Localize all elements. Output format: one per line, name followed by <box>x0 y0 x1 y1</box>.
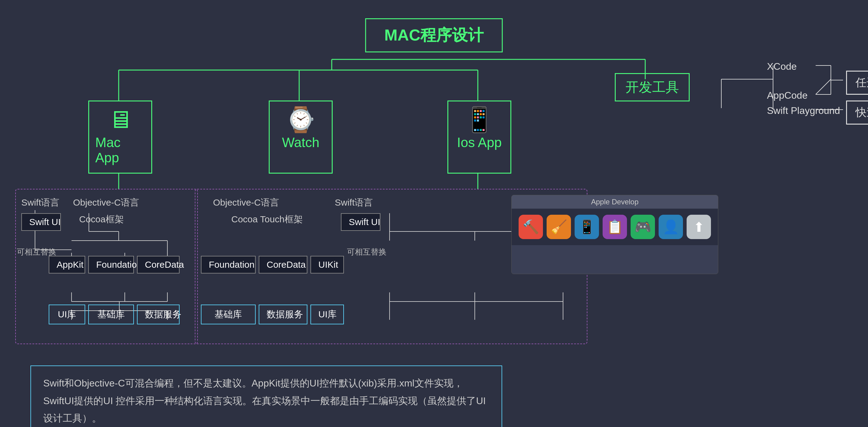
devtool-box: 开发工具 <box>615 73 690 102</box>
ios-label: Ios App <box>457 135 502 150</box>
mac-objc-lang: Objective-C语言 <box>73 196 139 209</box>
watch-label: Watch <box>282 135 319 150</box>
svg-line-46 <box>816 65 831 94</box>
ios-swap-label: 可相互替换 <box>347 247 386 257</box>
mac-ui-lib-box: UI库 <box>49 305 85 324</box>
screenshot-icons: 🔨 🧹 📱 📋 🎮 👤 ⬆ <box>512 209 718 245</box>
swift-playground-option: Swift Playground <box>767 105 840 116</box>
mac-swap-label: 可相互替换 <box>17 247 56 257</box>
app-icon-4: 📋 <box>602 215 627 239</box>
mac-basic-lib-box: 基础库 <box>88 305 134 324</box>
mac-swiftui-box: Swift UI <box>21 213 61 231</box>
ios-coredata-box: CoreData <box>259 256 307 274</box>
ios-basic-lib-box: 基础库 <box>201 305 256 324</box>
ios-icon: 📱 <box>464 108 495 132</box>
app-icon-6: 👤 <box>659 215 683 239</box>
app-icon-7: ⬆ <box>687 215 711 239</box>
mac-coredata-box: CoreData <box>137 256 180 274</box>
ios-ui-lib-box: UI库 <box>310 305 344 324</box>
app-icon-5: 🎮 <box>630 215 655 239</box>
appcode-option: AppCode <box>767 90 807 101</box>
mac-cocoa-label: Cocoa框架 <box>79 213 124 226</box>
choice-box-1: 任选其一 <box>846 70 868 95</box>
app-icon-2: 🧹 <box>547 215 571 239</box>
devtool-label: 开发工具 <box>625 80 679 94</box>
app-icon-3: 📱 <box>575 215 599 239</box>
watch-icon: ⌚ <box>285 108 316 132</box>
mac-foundation-box: Foundation <box>88 256 134 274</box>
xcode-option: XCode <box>767 61 797 72</box>
choice-box-2: 快速运行工具 <box>846 101 868 124</box>
app-icon-1: 🔨 <box>519 215 543 239</box>
svg-line-47 <box>816 79 831 94</box>
mac-icon: 🖥 <box>108 108 132 132</box>
mac-app-box: 🖥 Mac App <box>88 101 152 174</box>
ios-swift-lang: Swift语言 <box>335 196 373 209</box>
ios-cocoa-touch-label: Cocoa Touch框架 <box>231 213 303 226</box>
ios-data-svc-box: 数据服务 <box>259 305 307 324</box>
screenshot-title: Apple Develop <box>512 195 718 209</box>
root-title: MAC程序设计 <box>365 18 503 52</box>
mac-swift-lang: Swift语言 <box>21 196 59 209</box>
mac-label: Mac App <box>95 135 145 165</box>
mac-appkit-box: AppKit <box>49 256 85 274</box>
ios-app-box: 📱 Ios App <box>447 101 511 174</box>
ios-objc-lang: Objective-C语言 <box>213 196 279 209</box>
mac-data-svc-box: 数据服务 <box>137 305 180 324</box>
screenshot-area: Apple Develop 🔨 🧹 📱 📋 🎮 👤 ⬆ <box>511 195 718 274</box>
ios-foundation-box: Foundation <box>201 256 256 274</box>
note-text: Swift和Objective-C可混合编程，但不是太建议。AppKit提供的U… <box>43 378 486 424</box>
ios-swiftui-box: Swift UI <box>341 213 380 231</box>
watch-box: ⌚ Watch <box>269 101 333 174</box>
note-box: Swift和Objective-C可混合编程，但不是太建议。AppKit提供的U… <box>30 366 502 427</box>
ios-uikit-box: UIKit <box>310 256 344 274</box>
